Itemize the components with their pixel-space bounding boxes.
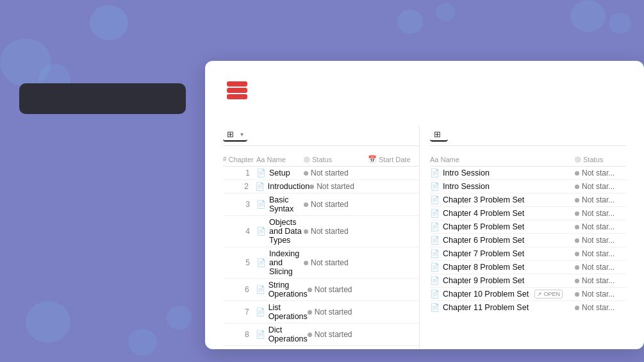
right-table-tab[interactable]: ⊞ [430,128,448,142]
open-badge[interactable]: ↗ OPEN [534,290,563,299]
rcell-name-text: Chapter 5 Problem Set [443,222,524,231]
table-row[interactable]: 📄 Chapter 8 Problem Set Not star... [430,261,626,274]
status-text: Not star... [582,209,615,218]
doc-icon: 📄 [256,285,265,294]
rcol-name-header: Aa Name [430,156,575,163]
cell-name: 📄 Dict Operations [256,325,308,343]
table-row[interactable]: 📄 Chapter 9 Problem Set Not star... [430,274,626,288]
rcell-status: Not star... [575,169,626,177]
cell-name-text: Basic Syntax [269,195,304,213]
doc-icon: 📄 [256,200,266,209]
col-date-header: 📅 Start Date [368,155,419,163]
rcell-name: 📄 Chapter 6 Problem Set [430,236,575,245]
doc-icon: 📄 [430,195,440,204]
rcell-name-text: Chapter 6 Problem Set [443,236,524,245]
doc-icon: 📄 [256,169,266,177]
rcell-name-text: Chapter 7 Problem Set [443,249,524,258]
status-dot [310,185,314,189]
status-dot [575,306,579,310]
rcell-name: 📄 Chapter 11 Problem Set [430,303,575,312]
doc-icon: 📄 [255,182,265,191]
rcell-name: 📄 Chapter 4 Problem Set [430,209,575,218]
cell-chapter: 1 [223,169,256,177]
status-text: Not started [311,200,349,209]
table-row[interactable]: 📄 Chapter 6 Problem Set Not star... [430,234,626,247]
status-text: Not star... [582,303,615,312]
status-dot [308,288,312,292]
right-table-rows: 📄 Intro Session Not star... 📄 Intro Sess… [430,167,626,349]
rcell-name: 📄 Chapter 7 Problem Set [430,249,575,258]
cell-name: 📄 String Operations [256,281,308,299]
table-row[interactable]: 📄 Intro Session Not star... [430,167,626,180]
doc-icon: 📄 [430,222,440,231]
status-dot [308,310,312,315]
cell-name: 📄 List Operations [256,303,308,321]
table-row[interactable]: 📄 Chapter 7 Problem Set Not star... [430,247,626,261]
left-table-panel: ⊞ ▾ # Chapter Aa Name [223,126,419,349]
cell-name-text: Dict Operations [268,325,308,343]
status-dot [575,238,579,243]
rcell-name: 📄 Chapter 3 Problem Set [430,195,575,204]
table-row[interactable]: 📄 Chapter 11 Problem Set Not star... [430,301,626,314]
cell-name: 📄 Indexing and Slicing [256,249,304,276]
col-name-header: Aa Name [256,156,304,163]
status-text: Not star... [582,222,615,231]
table-icon-right: ⊞ [434,129,441,139]
rcell-name-text: Chapter 10 Problem Set [443,290,529,299]
table-row[interactable]: 7 📄 List Operations Not started [223,301,419,324]
table-row[interactable]: 3 📄 Basic Syntax Not started [223,193,419,216]
status-dot [575,279,579,283]
rcell-status: Not star... [575,276,626,285]
table-row[interactable]: 📄 Chapter 3 Problem Set Not star... [430,193,626,207]
table-row[interactable]: 5 📄 Indexing and Slicing Not started [223,247,419,279]
table-row[interactable]: 4 📄 Objects and Data Types Not started [223,216,419,247]
cell-chapter: 8 [223,330,256,339]
rcell-name-text: Chapter 8 Problem Set [443,263,524,272]
doc-icon: 📄 [430,263,440,272]
cell-status: Not started [310,182,370,191]
rcell-name: 📄 Chapter 5 Problem Set [430,222,575,231]
status-text: Not started [315,285,352,294]
table-row[interactable]: 8 📄 Dict Operations Not started [223,324,419,346]
doc-icon: 📄 [256,308,265,317]
status-dot [575,211,579,216]
rcell-name: 📄 Chapter 8 Problem Set [430,263,575,272]
table-row[interactable]: 1 📄 Setup Not started [223,167,419,180]
doc-icon: 📄 [256,330,265,339]
page-icon [223,76,626,110]
status-dot [304,229,308,234]
cell-name-text: Setup [269,169,290,177]
table-row[interactable]: 2 📄 Introduction Not started [223,180,419,193]
table-row[interactable]: 6 📄 String Operations Not started [223,279,419,301]
doc-icon: 📄 [430,182,440,191]
rcell-name: 📄 Intro Session [430,182,575,191]
left-table-tab-row: ⊞ ▾ [223,126,419,146]
status-text: Not started [311,169,349,177]
doc-icon: 📄 [256,258,266,267]
doc-icon: 📄 [430,276,440,285]
cell-name-text: String Operations [268,281,308,299]
cell-status: Not started [308,285,370,294]
promo-box [19,83,186,114]
left-table-tab[interactable]: ⊞ ▾ [223,128,247,142]
rcell-status: Not star... [575,222,626,231]
table-row[interactable]: 📄 Chapter 5 Problem Set Not star... [430,220,626,234]
status-text: Not started [311,227,349,236]
status-text: Not star... [582,236,615,245]
table-row[interactable]: 📄 Intro Session Not star... [430,180,626,193]
table-row[interactable]: 9 📄 Dates and Time Not started [223,346,419,349]
doc-icon: 📄 [430,236,440,245]
doc-icon: 📄 [430,169,440,177]
svg-rect-2 [227,94,247,99]
cell-chapter: 4 [223,227,256,236]
rcell-status: Not star... [575,249,626,258]
rcell-status: Not star... [575,263,626,272]
table-row[interactable]: 📄 Chapter 10 Problem Set ↗ OPEN Not star… [430,288,626,301]
rcell-name: 📄 Chapter 10 Problem Set ↗ OPEN [430,290,575,299]
status-text: Not star... [582,169,615,177]
cell-chapter: 2 [223,182,255,191]
status-dot [575,185,579,189]
doc-icon: 📄 [430,209,440,218]
table-row[interactable]: 📄 Chapter 4 Problem Set Not star... [430,207,626,220]
status-dot [575,252,579,256]
